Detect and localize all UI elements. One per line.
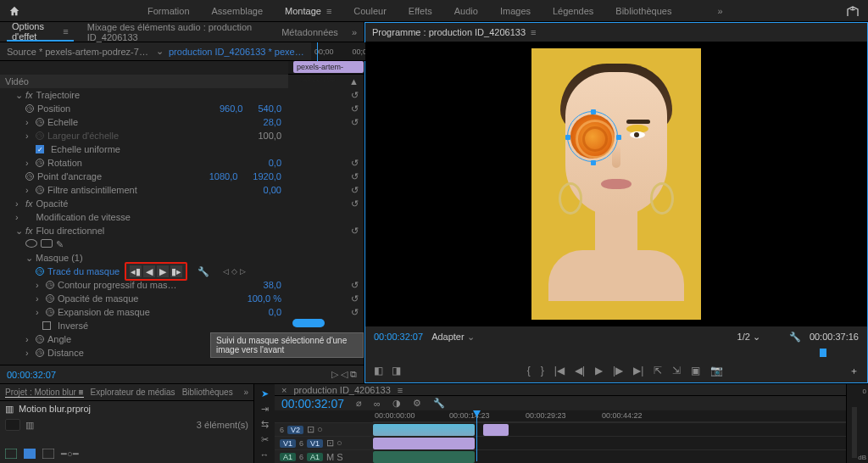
prev-key-icon[interactable]: ◁: [223, 267, 229, 276]
add-key-icon[interactable]: ◇: [231, 267, 237, 276]
reset-icon[interactable]: ↺: [351, 90, 359, 101]
checkbox-empty-icon[interactable]: [42, 321, 51, 330]
snap-icon[interactable]: ⌀: [356, 398, 362, 409]
marker-icon[interactable]: ◨: [392, 365, 401, 377]
program-video-view[interactable]: [365, 42, 867, 326]
wrench-icon[interactable]: 🔧: [433, 398, 445, 409]
add-button-icon[interactable]: ＋: [849, 365, 859, 377]
mask-handle[interactable]: [591, 160, 596, 165]
mark-out-icon[interactable]: }: [541, 365, 544, 377]
track-v1[interactable]: V16V1⊡ ○: [275, 436, 846, 449]
clip-v1[interactable]: [373, 438, 475, 449]
ws-couleur[interactable]: Couleur: [353, 6, 387, 16]
play-icon[interactable]: ▶: [595, 365, 603, 377]
go-in-icon[interactable]: |◀: [554, 365, 565, 377]
bin-filter-icon[interactable]: ▥: [25, 420, 34, 431]
link-icon[interactable]: ∞: [374, 399, 381, 409]
razor-tool-icon[interactable]: ✂: [258, 433, 271, 445]
extract-icon[interactable]: ⇲: [672, 365, 681, 377]
timecode[interactable]: 00:00:32:07: [7, 370, 56, 380]
ws-assemblage[interactable]: Assemblage: [212, 6, 264, 16]
stopwatch-icon[interactable]: ◷: [36, 186, 44, 194]
program-tc-left[interactable]: 00:00:32:07: [374, 332, 423, 342]
param-mask-path[interactable]: ◷ Tracé du masque ◂▮ ◀ ▶ ▮▸ 🔧 ◁ ◇ ▷: [0, 265, 288, 278]
reset-icon[interactable]: ↺: [351, 280, 359, 291]
icon-view-icon[interactable]: [24, 449, 36, 459]
track-select-tool-icon[interactable]: ⇥: [258, 403, 271, 415]
stopwatch-icon[interactable]: ◷: [36, 335, 44, 343]
ws-biblio[interactable]: Bibliothèques: [615, 6, 671, 16]
ws-audio[interactable]: Audio: [454, 6, 478, 16]
fit-dropdown[interactable]: Adapter ⌄: [431, 332, 475, 343]
step-fwd-icon[interactable]: |▶: [613, 365, 623, 377]
stopwatch-icon[interactable]: ◷: [25, 172, 34, 181]
sequence-tab[interactable]: production ID_4206133: [293, 385, 390, 395]
reset-icon[interactable]: ↺: [351, 226, 359, 237]
ripple-tool-icon[interactable]: ⇆: [258, 418, 271, 430]
mark-in-icon[interactable]: {: [527, 365, 531, 377]
next-key-icon[interactable]: ▷: [240, 267, 246, 276]
list-view-icon[interactable]: [5, 449, 17, 459]
playhead-handle-icon[interactable]: [820, 349, 826, 357]
param-uniform-scale[interactable]: ✓Echelle uniforme: [0, 142, 288, 156]
fx-speed[interactable]: ›fxModification de vitesse: [0, 210, 288, 224]
param-mask-invert[interactable]: Inversé: [0, 319, 288, 332]
marker-icon[interactable]: ◧: [374, 365, 383, 377]
collapse-icon[interactable]: ▲: [349, 76, 359, 86]
reset-icon[interactable]: ↺: [351, 307, 359, 318]
home-icon[interactable]: [8, 5, 20, 17]
tab-project[interactable]: Projet : Motion blur ≡: [5, 388, 84, 398]
selection-tool-icon[interactable]: ➤: [258, 388, 271, 399]
freeform-view-icon[interactable]: [42, 449, 54, 459]
tab-metadata[interactable]: Métadonnées: [276, 22, 343, 42]
stopwatch-icon[interactable]: ◷: [46, 294, 54, 303]
share-icon[interactable]: [846, 5, 860, 17]
ws-images[interactable]: Images: [500, 6, 531, 16]
param-mask-opacity[interactable]: ›◷Opacité de masque100,0 %: [0, 292, 288, 305]
zoom-dropdown[interactable]: 1/2 ⌄: [737, 332, 760, 343]
param-anchor[interactable]: ◷Point d'ancrage1080,01920,0: [0, 170, 288, 183]
timeline-timecode[interactable]: 00:00:32:07: [281, 397, 344, 410]
stopwatch-icon[interactable]: ◷: [36, 159, 44, 167]
reset-icon[interactable]: ↺: [351, 293, 359, 304]
search-input[interactable]: [5, 419, 20, 431]
export-frame-icon[interactable]: ▣: [691, 365, 700, 377]
step-back-icon[interactable]: ◀|: [575, 365, 585, 377]
tab-audio-mix[interactable]: Mixage des éléments audio : production I…: [82, 22, 268, 42]
param-rotation[interactable]: ›◷Rotation0,0: [0, 156, 288, 170]
reset-icon[interactable]: ↺: [351, 185, 359, 196]
clip-v2[interactable]: [373, 424, 475, 436]
mask-path-overlay[interactable]: [567, 111, 618, 162]
camera-icon[interactable]: 📷: [710, 365, 723, 377]
v1-source[interactable]: V1: [280, 439, 296, 448]
track-fwd-one-icon[interactable]: ▮▸: [170, 265, 182, 277]
mask-handle[interactable]: [616, 135, 621, 140]
ws-formation[interactable]: Formation: [147, 6, 190, 16]
mask-handle[interactable]: [591, 109, 596, 114]
track-v2[interactable]: 6V2⊡ ○: [275, 422, 846, 436]
reset-icon[interactable]: ↺: [351, 198, 359, 209]
pen-mask-icon[interactable]: ✎: [56, 239, 64, 250]
checkbox-checked-icon[interactable]: ✓: [36, 145, 44, 153]
tab-libraries[interactable]: Bibliothèques: [182, 388, 233, 397]
stopwatch-icon[interactable]: ◷: [36, 349, 44, 357]
fx-opacity[interactable]: ›fxOpacité: [0, 197, 288, 210]
rect-mask-icon[interactable]: [41, 239, 53, 248]
lift-icon[interactable]: ⇱: [654, 365, 662, 377]
track-backward-icon[interactable]: ◀: [143, 265, 155, 277]
mini-clip[interactable]: pexels-artem-podrez-795: [293, 61, 364, 73]
hamburger-icon[interactable]: ≡: [63, 26, 68, 36]
overflow-chevrons-icon[interactable]: »: [352, 27, 357, 37]
reset-icon[interactable]: ↺: [351, 171, 359, 182]
playhead-icon[interactable]: [317, 42, 318, 61]
ellipse-mask-icon[interactable]: [25, 239, 37, 248]
ws-montage[interactable]: Montage≡: [285, 6, 331, 16]
track-back-one-icon[interactable]: ◂▮: [130, 265, 142, 277]
stopwatch-icon[interactable]: ◷: [46, 281, 54, 289]
track-a1[interactable]: A16A1M S: [275, 449, 846, 463]
param-mask-expansion[interactable]: ›◷Expansion de masque0,0: [0, 305, 288, 319]
slip-tool-icon[interactable]: ↔: [258, 449, 271, 460]
param-flicker[interactable]: ›◷Filtre antiscintillement0,00: [0, 183, 288, 197]
marker-icon[interactable]: ◑: [392, 398, 401, 409]
wrench-icon[interactable]: 🔧: [789, 332, 801, 343]
